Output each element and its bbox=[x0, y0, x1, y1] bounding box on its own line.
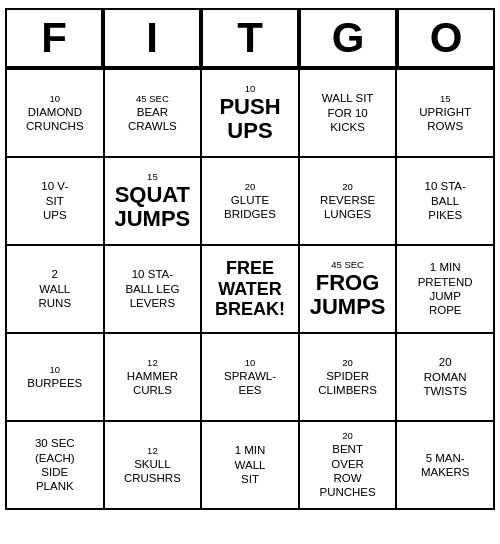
header-row: FITGO bbox=[5, 8, 495, 68]
cell-main-text: WALL SITFOR 10KICKS bbox=[322, 91, 374, 134]
bingo-cell-r5c1: 30 SEC(EACH)SIDEPLANK bbox=[7, 422, 105, 510]
bingo-cell-r4c5: 20ROMANTWISTS bbox=[397, 334, 495, 422]
cell-top-number: 15 bbox=[147, 171, 158, 183]
cell-main-text: 1 MINPRETENDJUMPROPE bbox=[418, 260, 473, 318]
cell-main-text: SPIDERCLIMBERS bbox=[318, 369, 377, 398]
bingo-cell-r1c5: 15UPRIGHTROWS bbox=[397, 70, 495, 158]
cell-main-text: UPRIGHTROWS bbox=[419, 105, 471, 134]
cell-main-text: BENTOVERROWPUNCHES bbox=[319, 442, 375, 500]
bingo-cell-r1c1: 10DIAMONDCRUNCHS bbox=[7, 70, 105, 158]
cell-main-text: SPRAWL-EES bbox=[224, 369, 276, 398]
bingo-card: FITGO 10DIAMONDCRUNCHS45 SECBEARCRAWLS10… bbox=[5, 8, 495, 510]
cell-main-text: 1 MINWALLSIT bbox=[235, 443, 266, 486]
cell-main-text: HAMMERCURLS bbox=[127, 369, 178, 398]
cell-main-text: 5 MAN-MAKERS bbox=[421, 451, 470, 480]
cell-top-number: 12 bbox=[147, 357, 158, 369]
bingo-cell-r3c4: 45 SECFROGJUMPS bbox=[300, 246, 398, 334]
cell-top-number: 20 bbox=[342, 430, 353, 442]
cell-main-text: DIAMONDCRUNCHS bbox=[26, 105, 84, 134]
bingo-cell-r4c2: 12HAMMERCURLS bbox=[105, 334, 203, 422]
bingo-cell-r4c1: 10BURPEES bbox=[7, 334, 105, 422]
header-letter: F bbox=[5, 8, 103, 68]
bingo-cell-r2c3: 20GLUTEBRIDGES bbox=[202, 158, 300, 246]
cell-main-text: 2WALLRUNS bbox=[39, 267, 72, 310]
cell-top-number: 45 SEC bbox=[331, 259, 364, 271]
bingo-cell-r1c2: 45 SECBEARCRAWLS bbox=[105, 70, 203, 158]
cell-main-text: SQUATJUMPS bbox=[114, 183, 190, 231]
bingo-cell-r2c4: 20REVERSELUNGES bbox=[300, 158, 398, 246]
bingo-grid: 10DIAMONDCRUNCHS45 SECBEARCRAWLS10PUSHUP… bbox=[5, 68, 495, 510]
cell-main-text: BURPEES bbox=[27, 376, 82, 390]
cell-top-number: 12 bbox=[147, 445, 158, 457]
bingo-cell-r3c5: 1 MINPRETENDJUMPROPE bbox=[397, 246, 495, 334]
bingo-cell-r3c3: FREEWATERBREAK! bbox=[202, 246, 300, 334]
cell-main-text: 10 STA-BALLPIKES bbox=[425, 179, 466, 222]
cell-top-number: 10 bbox=[245, 83, 256, 95]
bingo-cell-r2c1: 10 V-SITUPS bbox=[7, 158, 105, 246]
cell-top-number: 20 bbox=[342, 357, 353, 369]
header-letter: I bbox=[103, 8, 201, 68]
cell-top-number: 15 bbox=[440, 93, 451, 105]
cell-top-number: 10 bbox=[50, 93, 61, 105]
bingo-cell-r1c4: WALL SITFOR 10KICKS bbox=[300, 70, 398, 158]
bingo-cell-r5c3: 1 MINWALLSIT bbox=[202, 422, 300, 510]
cell-top-number: 10 bbox=[50, 364, 61, 376]
bingo-cell-r1c3: 10PUSHUPS bbox=[202, 70, 300, 158]
bingo-cell-r3c1: 2WALLRUNS bbox=[7, 246, 105, 334]
cell-top-number: 45 SEC bbox=[136, 93, 169, 105]
cell-main-text: FROGJUMPS bbox=[310, 271, 386, 319]
bingo-cell-r5c5: 5 MAN-MAKERS bbox=[397, 422, 495, 510]
cell-top-number: 20 bbox=[342, 181, 353, 193]
bingo-cell-r4c4: 20SPIDERCLIMBERS bbox=[300, 334, 398, 422]
free-space-label: FREEWATERBREAK! bbox=[215, 258, 285, 320]
cell-main-text: GLUTEBRIDGES bbox=[224, 193, 276, 222]
bingo-cell-r4c3: 10SPRAWL-EES bbox=[202, 334, 300, 422]
cell-main-text: REVERSELUNGES bbox=[320, 193, 375, 222]
cell-top-number: 10 bbox=[245, 357, 256, 369]
cell-main-text: 20ROMANTWISTS bbox=[423, 355, 466, 398]
cell-main-text: 10 STA-BALL LEGLEVERS bbox=[125, 267, 179, 310]
cell-main-text: 30 SEC(EACH)SIDEPLANK bbox=[35, 436, 75, 494]
cell-main-text: BEARCRAWLS bbox=[128, 105, 177, 134]
cell-main-text: PUSHUPS bbox=[219, 95, 280, 143]
header-letter: G bbox=[299, 8, 397, 68]
bingo-cell-r3c2: 10 STA-BALL LEGLEVERS bbox=[105, 246, 203, 334]
header-letter: O bbox=[397, 8, 495, 68]
bingo-cell-r5c4: 20BENTOVERROWPUNCHES bbox=[300, 422, 398, 510]
bingo-cell-r2c5: 10 STA-BALLPIKES bbox=[397, 158, 495, 246]
bingo-cell-r2c2: 15SQUATJUMPS bbox=[105, 158, 203, 246]
cell-main-text: 10 V-SITUPS bbox=[41, 179, 68, 222]
cell-top-number: 20 bbox=[245, 181, 256, 193]
header-letter: T bbox=[201, 8, 299, 68]
bingo-cell-r5c2: 12SKULLCRUSHRS bbox=[105, 422, 203, 510]
cell-main-text: SKULLCRUSHRS bbox=[124, 457, 181, 486]
